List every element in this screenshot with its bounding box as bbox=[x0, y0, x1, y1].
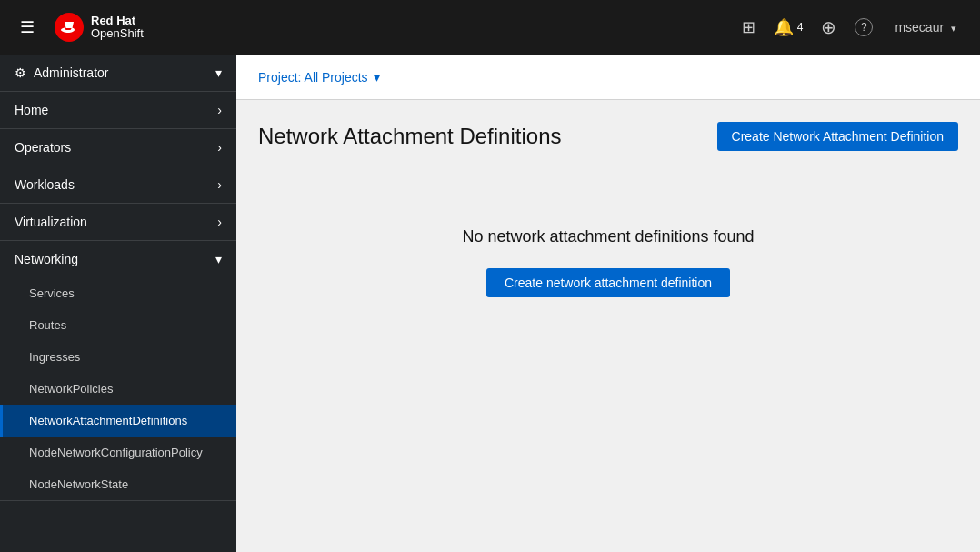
brand-text: Red Hat OpenShift bbox=[91, 15, 144, 41]
project-label: Project: All Projects bbox=[258, 70, 368, 85]
home-chevron-icon: › bbox=[217, 103, 222, 117]
operators-section: Operators › bbox=[0, 129, 236, 166]
apps-icon: ⊞ bbox=[742, 17, 755, 37]
notification-count: 4 bbox=[797, 21, 804, 34]
admin-section: ⚙ Administrator ▾ bbox=[0, 55, 236, 92]
sidebar-item-network-attachment-definitions[interactable]: NetworkAttachmentDefinitions bbox=[0, 405, 236, 437]
sidebar-item-routes[interactable]: Routes bbox=[0, 309, 236, 341]
brand-logo-area: Red Hat OpenShift bbox=[55, 13, 736, 42]
project-chevron-icon: ▾ bbox=[374, 70, 380, 85]
virtualization-section-left: Virtualization bbox=[15, 215, 87, 229]
home-section: Home › bbox=[0, 92, 236, 129]
redhat-logo bbox=[55, 13, 84, 42]
networking-section-left: Networking bbox=[15, 252, 78, 266]
empty-state-message: No network attachment definitions found bbox=[462, 227, 754, 246]
user-name: msecaur bbox=[895, 20, 944, 35]
create-network-attachment-definition-button[interactable]: Create Network Attachment Definition bbox=[717, 122, 958, 151]
workloads-section-header[interactable]: Workloads › bbox=[0, 166, 236, 203]
virtualization-label: Virtualization bbox=[15, 215, 87, 229]
operators-section-header[interactable]: Operators › bbox=[0, 129, 236, 166]
project-selector-button[interactable]: Project: All Projects ▾ bbox=[258, 65, 380, 90]
top-nav-right: ⊞ 🔔 4 ⊕ ? msecaur ▾ bbox=[736, 11, 965, 44]
empty-state: No network attachment definitions found … bbox=[258, 173, 958, 352]
project-bar: Project: All Projects ▾ bbox=[236, 55, 980, 100]
sidebar-item-network-policies[interactable]: NetworkPolicies bbox=[0, 373, 236, 405]
help-button[interactable]: ? bbox=[849, 13, 878, 42]
home-section-header[interactable]: Home › bbox=[0, 92, 236, 128]
networking-section: Networking ▾ Services Routes Ingresses N… bbox=[0, 241, 236, 501]
services-label: Services bbox=[29, 286, 75, 300]
network-policies-label: NetworkPolicies bbox=[29, 382, 113, 396]
brand-sub: OpenShift bbox=[91, 27, 144, 40]
home-section-left: Home bbox=[15, 103, 48, 117]
operators-chevron-icon: › bbox=[217, 140, 222, 155]
gear-icon: ⚙ bbox=[15, 65, 26, 80]
hamburger-icon bbox=[20, 17, 35, 37]
content-area: Project: All Projects ▾ Network Attachme… bbox=[236, 55, 980, 552]
question-icon: ? bbox=[855, 18, 873, 36]
workloads-label: Workloads bbox=[15, 177, 75, 192]
notifications-button[interactable]: 🔔 4 bbox=[768, 12, 809, 43]
hamburger-menu-button[interactable] bbox=[15, 12, 40, 43]
operators-section-left: Operators bbox=[15, 140, 71, 155]
page-title: Network Attachment Definitions bbox=[258, 124, 561, 149]
bell-icon: 🔔 bbox=[774, 17, 794, 37]
workloads-chevron-icon: › bbox=[217, 177, 222, 192]
workloads-section-left: Workloads bbox=[15, 177, 75, 192]
ingresses-label: Ingresses bbox=[29, 350, 80, 364]
virtualization-section-header[interactable]: Virtualization › bbox=[0, 204, 236, 240]
create-network-attachment-definition-link-button[interactable]: Create network attachment definition bbox=[486, 268, 730, 297]
apps-button[interactable]: ⊞ bbox=[736, 12, 761, 43]
admin-section-header[interactable]: ⚙ Administrator ▾ bbox=[0, 55, 236, 91]
add-button[interactable]: ⊕ bbox=[815, 11, 842, 44]
networking-section-header[interactable]: Networking ▾ bbox=[0, 241, 236, 277]
sidebar-item-node-network-config-policy[interactable]: NodeNetworkConfigurationPolicy bbox=[0, 437, 236, 468]
page-content: Network Attachment Definitions Create Ne… bbox=[236, 100, 980, 552]
user-menu-button[interactable]: msecaur ▾ bbox=[885, 15, 965, 40]
node-network-config-policy-label: NodeNetworkConfigurationPolicy bbox=[29, 446, 203, 459]
page-header: Network Attachment Definitions Create Ne… bbox=[258, 122, 958, 151]
networking-chevron-icon: ▾ bbox=[215, 252, 222, 266]
admin-label: Administrator bbox=[34, 65, 108, 80]
brand-name: Red Hat bbox=[91, 15, 144, 27]
admin-chevron-icon: ▾ bbox=[215, 65, 222, 80]
node-network-state-label: NodeNetworkState bbox=[29, 477, 128, 491]
plus-icon: ⊕ bbox=[821, 16, 836, 38]
sidebar: ⚙ Administrator ▾ Home › Operators › bbox=[0, 55, 236, 552]
operators-label: Operators bbox=[15, 140, 71, 155]
top-navigation: Red Hat OpenShift ⊞ 🔔 4 ⊕ ? msecaur ▾ bbox=[0, 0, 980, 55]
routes-label: Routes bbox=[29, 318, 66, 332]
sidebar-item-ingresses[interactable]: Ingresses bbox=[0, 341, 236, 373]
main-layout: ⚙ Administrator ▾ Home › Operators › bbox=[0, 55, 980, 552]
networking-label: Networking bbox=[15, 252, 78, 266]
virtualization-chevron-icon: › bbox=[217, 215, 222, 229]
admin-section-left: ⚙ Administrator bbox=[15, 65, 108, 80]
user-chevron-icon: ▾ bbox=[951, 23, 956, 34]
network-attachment-definitions-label: NetworkAttachmentDefinitions bbox=[29, 414, 187, 427]
workloads-section: Workloads › bbox=[0, 166, 236, 204]
virtualization-section: Virtualization › bbox=[0, 204, 236, 241]
sidebar-item-node-network-state[interactable]: NodeNetworkState bbox=[0, 468, 236, 500]
home-label: Home bbox=[15, 103, 48, 117]
sidebar-item-services[interactable]: Services bbox=[0, 277, 236, 309]
